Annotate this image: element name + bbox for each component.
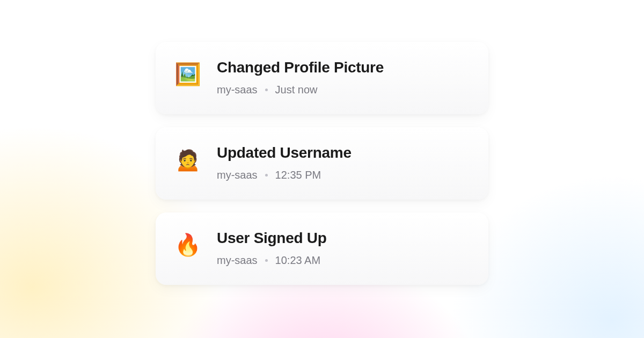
event-time: Just now	[275, 84, 318, 96]
event-meta: my-saas Just now	[217, 84, 469, 96]
event-project: my-saas	[217, 169, 258, 181]
event-title: Updated Username	[217, 144, 469, 161]
fire-icon: 🔥	[175, 232, 201, 258]
event-meta: my-saas 12:35 PM	[217, 169, 469, 181]
event-card[interactable]: 🖼️ Changed Profile Picture my-saas Just …	[156, 42, 488, 114]
event-title: User Signed Up	[217, 230, 469, 247]
event-title: Changed Profile Picture	[217, 59, 469, 76]
separator-dot-icon	[265, 174, 268, 177]
event-card[interactable]: 🙍 Updated Username my-saas 12:35 PM	[156, 127, 488, 200]
event-content: Updated Username my-saas 12:35 PM	[217, 144, 469, 181]
event-card[interactable]: 🔥 User Signed Up my-saas 10:23 AM	[156, 212, 488, 285]
event-time: 10:23 AM	[275, 254, 321, 267]
framed-picture-icon: 🖼️	[175, 61, 201, 87]
event-meta: my-saas 10:23 AM	[217, 254, 469, 267]
event-project: my-saas	[217, 254, 258, 267]
event-content: User Signed Up my-saas 10:23 AM	[217, 230, 469, 267]
event-feed: 🖼️ Changed Profile Picture my-saas Just …	[156, 0, 488, 285]
separator-dot-icon	[265, 259, 268, 262]
separator-dot-icon	[265, 89, 268, 91]
event-project: my-saas	[217, 84, 258, 96]
event-content: Changed Profile Picture my-saas Just now	[217, 59, 469, 96]
person-frowning-icon: 🙍	[175, 146, 201, 172]
event-time: 12:35 PM	[275, 169, 321, 181]
